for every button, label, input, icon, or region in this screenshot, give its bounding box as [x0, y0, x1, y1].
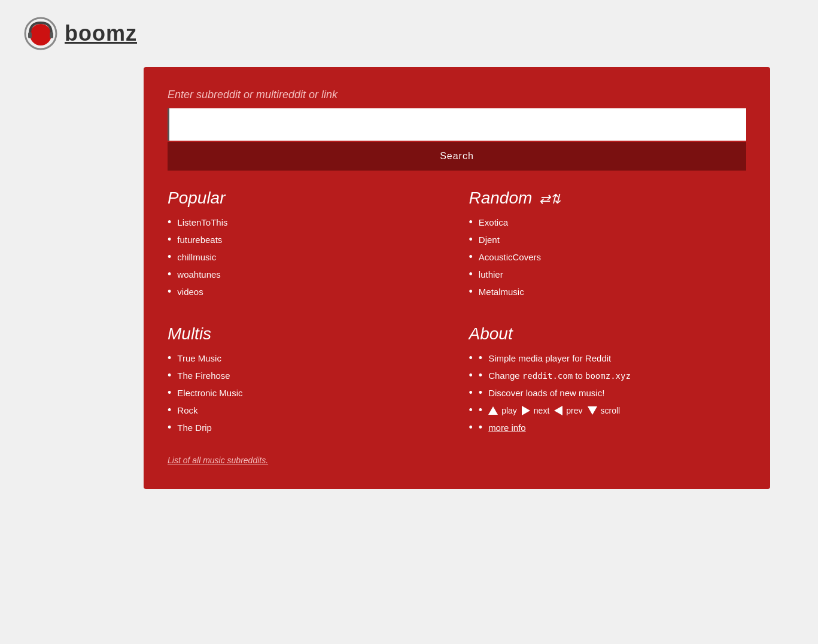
controls-row: play next prev scroll — [488, 406, 620, 415]
shuffle-icon: ⇄⇅ — [539, 192, 561, 207]
scroll-icon — [588, 406, 597, 415]
random-section: Random ⇄⇅ Exotica Djent AcousticCovers l… — [469, 189, 747, 303]
random-title: Random ⇄⇅ — [469, 189, 747, 208]
list-item: Djent — [469, 233, 747, 246]
list-item: Metalmusic — [469, 285, 747, 298]
bottom-link-container: List of all music subreddits. — [168, 455, 746, 465]
list-item: • Simple media player for Reddit — [469, 352, 747, 364]
list-item: The Firehose — [168, 369, 445, 382]
multis-title: Multis — [168, 324, 445, 344]
logo-link[interactable]: boomz — [65, 21, 137, 46]
popular-section: Popular ListenToThis futurebeats chillmu… — [168, 189, 445, 303]
scroll-label: scroll — [601, 406, 621, 415]
sections-grid: Popular ListenToThis futurebeats chillmu… — [168, 189, 746, 439]
multis-link-1[interactable]: The Firehose — [177, 370, 230, 381]
multis-list: True Music The Firehose Electronic Music… — [168, 352, 445, 434]
multis-link-2[interactable]: Electronic Music — [177, 388, 242, 398]
about-title: About — [469, 324, 747, 344]
more-info-link[interactable]: more info — [488, 423, 526, 433]
list-item: chillmusic — [168, 251, 445, 263]
svg-point-1 — [30, 24, 51, 45]
list-item: • Change reddit.com to boomz.xyz — [469, 369, 747, 382]
list-item: • play next prev scroll — [469, 404, 747, 417]
svg-rect-2 — [28, 32, 32, 38]
logo-icon — [24, 17, 57, 50]
random-link-1[interactable]: Djent — [479, 235, 500, 245]
popular-link-3[interactable]: woahtunes — [177, 269, 221, 280]
about-item2: Change reddit.com to boomz.xyz — [488, 370, 631, 381]
list-item: ListenToThis — [168, 216, 445, 229]
list-item: Exotica — [469, 216, 747, 229]
multis-link-3[interactable]: Rock — [177, 405, 197, 415]
random-link-3[interactable]: luthier — [479, 269, 503, 280]
popular-link-1[interactable]: futurebeats — [177, 235, 222, 245]
list-item: • more info — [469, 421, 747, 434]
about-list: • Simple media player for Reddit • Chang… — [469, 352, 747, 434]
search-label: Enter subreddit or multireddit or link — [168, 89, 746, 101]
prev-label: prev — [566, 406, 582, 415]
list-item: • Discover loads of new music! — [469, 387, 747, 399]
popular-link-0[interactable]: ListenToThis — [177, 217, 227, 227]
popular-link-2[interactable]: chillmusic — [177, 252, 216, 262]
popular-link-4[interactable]: videos — [177, 287, 203, 297]
play-up-icon — [488, 406, 498, 415]
list-item: luthier — [469, 268, 747, 281]
about-code2: boomz.xyz — [585, 371, 631, 381]
random-list: Exotica Djent AcousticCovers luthier Met… — [469, 216, 747, 298]
list-item: Electronic Music — [168, 387, 445, 399]
random-link-4[interactable]: Metalmusic — [479, 287, 524, 297]
popular-title: Popular — [168, 189, 445, 208]
list-item: woahtunes — [168, 268, 445, 281]
list-item: True Music — [168, 352, 445, 364]
header: boomz — [0, 0, 818, 67]
about-item1: Simple media player for Reddit — [488, 353, 611, 363]
search-button[interactable]: Search — [168, 142, 746, 171]
multis-section: Multis True Music The Firehose Electroni… — [168, 324, 445, 439]
all-subreddits-link[interactable]: List of all music subreddits. — [168, 455, 268, 465]
list-item: futurebeats — [168, 233, 445, 246]
about-item3: Discover loads of new music! — [488, 388, 604, 398]
list-item: AcousticCovers — [469, 251, 747, 263]
multis-link-4[interactable]: The Drip — [177, 423, 212, 433]
list-item: The Drip — [168, 421, 445, 434]
prev-icon — [554, 406, 562, 415]
popular-list: ListenToThis futurebeats chillmusic woah… — [168, 216, 445, 298]
about-code1: reddit.com — [522, 371, 573, 381]
search-input[interactable] — [168, 108, 746, 141]
random-link-2[interactable]: AcousticCovers — [479, 252, 541, 262]
list-item: Rock — [168, 404, 445, 417]
search-section: Enter subreddit or multireddit or link S… — [168, 89, 746, 171]
next-icon — [522, 406, 530, 415]
list-item: videos — [168, 285, 445, 298]
play-label: play — [501, 406, 517, 415]
svg-rect-3 — [50, 32, 53, 38]
main-container: Enter subreddit or multireddit or link S… — [144, 67, 770, 489]
about-section: About • Simple media player for Reddit •… — [469, 324, 747, 439]
next-label: next — [534, 406, 549, 415]
multis-link-0[interactable]: True Music — [177, 353, 221, 363]
random-link-0[interactable]: Exotica — [479, 217, 508, 227]
